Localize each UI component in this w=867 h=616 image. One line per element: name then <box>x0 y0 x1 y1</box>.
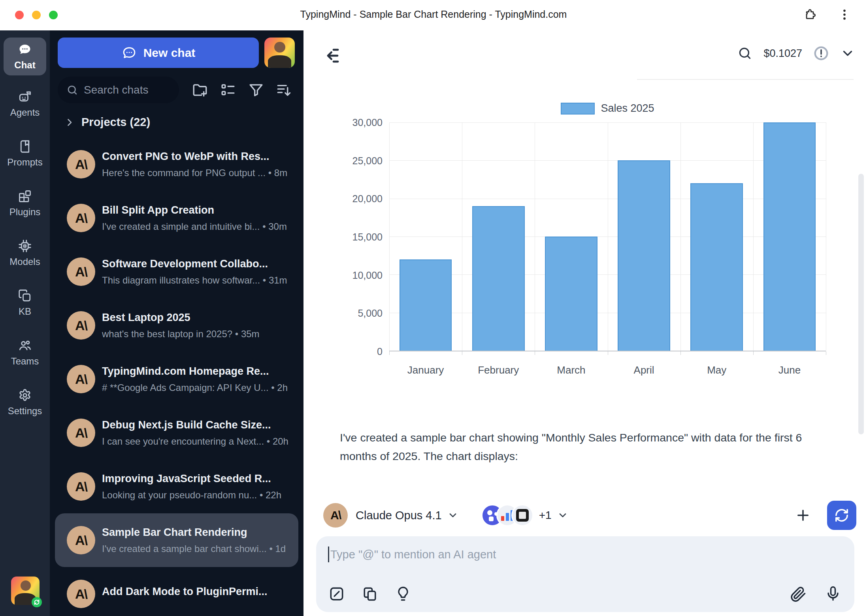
anthropic-avatar: A\ <box>67 526 95 554</box>
chat-title: TypingMind.com Homepage Re... <box>102 365 291 377</box>
search-icon <box>66 84 78 96</box>
anthropic-avatar: A\ <box>67 311 95 340</box>
lightbulb-icon[interactable] <box>394 585 412 603</box>
bar-june <box>763 122 816 351</box>
regenerate-button[interactable] <box>827 501 856 530</box>
plugins-chevron-icon[interactable] <box>557 510 568 521</box>
sidebar-item-models[interactable]: Models <box>4 234 46 272</box>
microphone-icon[interactable] <box>824 585 842 603</box>
sidebar-item-chat[interactable]: Chat <box>4 38 46 75</box>
chat-preview: what's the best laptop in 2025? • 35m <box>102 329 291 340</box>
sidebar-item-prompts[interactable]: Prompts <box>4 135 46 173</box>
new-folder-icon[interactable] <box>192 82 208 98</box>
chat-title: Add Dark Mode to PluginPermi... <box>102 586 291 598</box>
list-item[interactable]: A\Improving JavaScript Seeded R...Lookin… <box>55 460 298 513</box>
list-item[interactable]: A\Sample Bar Chart RenderingI've created… <box>55 513 298 567</box>
bulk-select-icon[interactable] <box>220 82 236 98</box>
search-chats-input[interactable]: Search chats <box>58 77 179 103</box>
profile-avatar[interactable] <box>264 38 295 68</box>
chat-preview: Looking at your pseudo-random nu... • 22… <box>102 490 291 501</box>
text-caret <box>328 547 329 562</box>
copy-pages-icon[interactable] <box>361 585 379 603</box>
user-avatar[interactable] <box>11 577 40 605</box>
gridline-v <box>608 122 608 351</box>
edit-canvas-icon[interactable] <box>328 585 345 603</box>
anthropic-avatar: A\ <box>67 150 95 178</box>
sync-badge-icon <box>32 597 42 607</box>
y-tick-label: 25,000 <box>352 155 383 166</box>
list-item[interactable]: A\Debug Next.js Build Cache Size...I can… <box>55 406 298 460</box>
model-chevron-icon[interactable] <box>447 510 458 521</box>
plugins-selector[interactable] <box>481 504 533 526</box>
x-axis-tick <box>680 351 681 355</box>
sidebar-item-kb[interactable]: KB <box>4 284 46 322</box>
list-item[interactable]: A\TypingMind.com Homepage Re...# **Googl… <box>55 352 298 406</box>
more-menu-icon[interactable] <box>838 8 851 21</box>
anthropic-avatar: A\ <box>67 580 95 608</box>
chat-bubble-icon <box>121 45 137 61</box>
anthropic-avatar: A\ <box>67 257 95 286</box>
assistant-message: I've created a sample bar chart showing … <box>340 428 842 466</box>
paperclip-icon[interactable] <box>790 585 807 603</box>
chat-title: Debug Next.js Build Cache Size... <box>102 419 291 431</box>
bar-january <box>400 259 452 351</box>
projects-toggle[interactable]: Projects (22) <box>50 116 303 129</box>
y-tick-label: 15,000 <box>352 231 383 243</box>
x-tick-label: May <box>707 364 726 376</box>
kb-icon <box>18 289 32 303</box>
prompts-icon <box>18 139 32 154</box>
list-item[interactable]: A\Add Dark Mode to PluginPermi... <box>55 567 298 616</box>
sidebar-item-teams[interactable]: Teams <box>4 334 46 372</box>
bar-may <box>690 183 743 351</box>
sidebar-item-plugins[interactable]: Plugins <box>4 184 46 222</box>
model-selector[interactable]: Claude Opus 4.1 <box>356 509 442 522</box>
filter-icon[interactable] <box>248 82 264 98</box>
model-avatar[interactable]: A\ <box>323 503 348 528</box>
x-tick-label: February <box>478 364 519 376</box>
y-tick-label: 5,000 <box>358 308 383 319</box>
gridline-v <box>462 122 462 351</box>
plugins-icon <box>18 189 32 203</box>
chat-preview: I can see you're encountering a Next... … <box>102 436 291 447</box>
x-axis-tick <box>462 351 462 355</box>
list-item[interactable]: A\Software Development Collabo...This di… <box>55 245 298 299</box>
chat-title: Convert PNG to WebP with Res... <box>102 150 291 163</box>
y-tick-label: 0 <box>377 346 383 357</box>
x-tick-label: June <box>778 364 801 376</box>
extensions-icon[interactable] <box>804 8 817 21</box>
anthropic-avatar: A\ <box>67 365 95 393</box>
list-item[interactable]: A\Best Laptop 2025what's the best laptop… <box>55 299 298 352</box>
bar-april <box>618 160 670 351</box>
sidebar-item-label: KB <box>19 306 31 317</box>
add-attachment-icon[interactable] <box>795 507 811 524</box>
scrollbar-thumb[interactable] <box>858 174 864 434</box>
list-item[interactable]: A\Bill Split App CreationI've created a … <box>55 191 298 245</box>
y-tick-label: 30,000 <box>352 117 383 128</box>
chat-preview: Here's the command for PNG output ... • … <box>102 167 291 178</box>
x-axis-tick <box>826 351 826 355</box>
settings-icon <box>18 388 32 402</box>
plugins-more-count[interactable]: +1 <box>539 509 552 522</box>
legend-swatch <box>561 103 595 115</box>
chat-list: A\Convert PNG to WebP with Res...Here's … <box>50 137 303 616</box>
composer-toolbar: A\ Claude Opus 4.1 +1 <box>323 500 856 531</box>
input-placeholder: Type "@" to mention an AI agent <box>330 548 496 561</box>
x-tick-label: March <box>557 364 585 376</box>
new-chat-button[interactable]: New chat <box>58 38 259 68</box>
teams-icon <box>18 338 32 353</box>
titlebar: TypingMind - Sample Bar Chart Rendering … <box>0 0 867 30</box>
message-input[interactable]: Type "@" to mention an AI agent <box>316 536 854 612</box>
sidebar-item-agents[interactable]: Agents <box>4 85 46 123</box>
anthropic-avatar: A\ <box>67 472 95 501</box>
chat-preview: This diagram illustrates how softwar... … <box>102 275 291 286</box>
sort-icon[interactable] <box>276 82 292 98</box>
sidebar-item-settings[interactable]: Settings <box>4 383 46 421</box>
chart-legend[interactable]: Sales 2025 <box>389 102 826 115</box>
projects-label: Projects (22) <box>81 116 150 129</box>
sales-chart: Sales 2025 05,00010,00015,00020,00025,00… <box>303 30 867 386</box>
list-item[interactable]: A\Convert PNG to WebP with Res...Here's … <box>55 137 298 191</box>
chat-title: Best Laptop 2025 <box>102 312 291 324</box>
x-axis-tick <box>389 351 390 355</box>
gridline-v <box>753 122 754 351</box>
chat-title: Improving JavaScript Seeded R... <box>102 473 291 485</box>
